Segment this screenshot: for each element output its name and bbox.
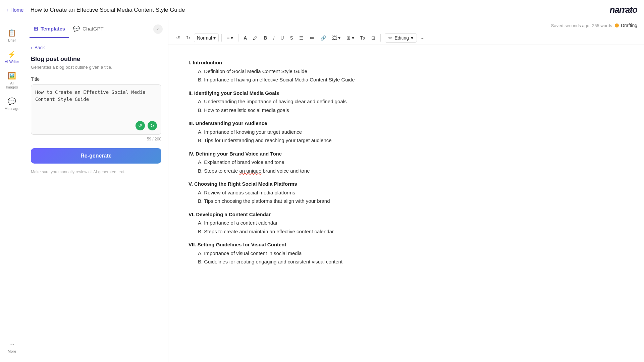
toolbar: ↺ ↻ Normal ▾ ≡ ▾ A 🖊 B I U S ☰ ≔ 🔗 🖼 ▾ ⊞… [168, 31, 644, 45]
top-header: ‹ Home How to Create an Effective Social… [0, 0, 644, 20]
section-goals: II. Identifying your Social Media Goals … [189, 89, 624, 115]
textarea-actions: ↺ ↻ [35, 121, 157, 130]
section-vii-a: A. Importance of visual content in socia… [198, 249, 624, 258]
sidebar-label-more: More [8, 349, 16, 353]
section-i-b: B. Importance of having an effective Soc… [198, 75, 624, 84]
doc-title: How to Create an Effective Social Media … [31, 7, 610, 13]
more-options-button[interactable]: ··· [418, 34, 427, 42]
drafting-badge: Drafting [615, 23, 637, 28]
main-layout: 📋 Brief ⚡ AI Writer 🖼️ AI Images 💬 Messa… [0, 20, 644, 362]
numbered-list-button[interactable]: ≔ [307, 34, 317, 42]
tab-chatgpt[interactable]: 💬 ChatGPT [69, 20, 108, 38]
sidebar-label-brief: Brief [8, 38, 16, 42]
align-button[interactable]: ≡ ▾ [224, 34, 235, 42]
edit-pencil-icon: ✏ [388, 35, 392, 41]
toolbar-sep-1 [221, 34, 222, 42]
italic-button[interactable]: I [271, 34, 277, 42]
section-iv-title: IV. Defining your Brand Voice and Tone [189, 151, 282, 157]
back-chevron-icon: ‹ [31, 45, 33, 50]
more-icon: ··· [9, 340, 15, 348]
word-count: 255 words [592, 23, 612, 28]
strikethrough-button[interactable]: S [287, 34, 295, 42]
section-introduction: I. Introduction A. Definition of Social … [189, 58, 624, 84]
image-button[interactable]: 🖼 ▾ [330, 34, 343, 42]
editing-label: Editing [394, 35, 409, 41]
table-button[interactable]: ⊞ ▾ [344, 34, 357, 42]
title-input[interactable]: How to Create an Effective Social Media … [35, 89, 157, 117]
templates-tab-icon: ⊞ [34, 25, 38, 32]
editor-area: Saved seconds ago 255 words Drafting ↺ ↻… [168, 20, 644, 362]
templates-tab-label: Templates [41, 26, 65, 32]
title-input-wrapper: How to Create an Effective Social Media … [31, 84, 161, 135]
message-icon: 💬 [8, 97, 16, 105]
bold-button[interactable]: B [261, 34, 269, 42]
sidebar-label-message: Message [4, 107, 19, 111]
section-vii-title: VII. Setting Guidelines for Visual Conte… [189, 242, 286, 247]
disclaimer-text: Make sure you manually review all AI gen… [31, 169, 161, 175]
title-field-label: Title [31, 76, 161, 82]
editor-content[interactable]: I. Introduction A. Definition of Social … [168, 45, 644, 362]
narrato-logo: narrato [609, 5, 637, 15]
section-audience: III. Understanding your Audience A. Impo… [189, 119, 624, 145]
ai-writer-icon: ⚡ [8, 50, 16, 58]
style-select-value: Normal [197, 35, 212, 41]
sidebar-item-ai-images[interactable]: 🖼️ AI Images [1, 68, 23, 93]
drafting-dot [615, 23, 619, 27]
copy-button[interactable]: ↺ [136, 121, 145, 130]
undo-button[interactable]: ↺ [174, 34, 182, 42]
section-i-title: I. Introduction [189, 60, 222, 65]
home-chevron-icon: ‹ [7, 7, 8, 13]
section-vi-b: B. Steps to create and maintain an effec… [198, 227, 624, 236]
section-iii-a: A. Importance of knowing your target aud… [198, 128, 624, 136]
home-label: Home [10, 7, 24, 13]
panel-content: ‹ Back Blog post outline Generates a blo… [24, 38, 168, 362]
sidebar-item-more[interactable]: ··· More [1, 337, 23, 357]
unique-word: an unique [239, 168, 261, 174]
regenerate-button[interactable]: Re-generate [31, 148, 161, 164]
sidebar-label-ai-writer: AI Writer [5, 60, 19, 64]
editing-chevron-icon: ▾ [411, 35, 413, 41]
saved-text: Saved seconds ago [551, 23, 589, 28]
chatgpt-tab-label: ChatGPT [83, 26, 104, 32]
section-iii-b: B. Tips for understanding and reaching y… [198, 136, 624, 145]
drafting-label: Drafting [621, 23, 637, 28]
link-button[interactable]: 🔗 [318, 34, 328, 42]
text-color-button[interactable]: A [241, 34, 249, 42]
section-vii-b: B. Guidelines for creating engaging and … [198, 257, 624, 266]
sidebar-item-message[interactable]: 💬 Message [1, 94, 23, 114]
section-i-a: A. Definition of Social Media Content St… [198, 67, 624, 76]
sidebar-label-ai-images: AI Images [4, 81, 20, 89]
section-platforms: V. Choosing the Right Social Media Platf… [189, 180, 624, 205]
section-calendar: VI. Developing a Content Calendar A. Imp… [189, 210, 624, 236]
section-vi-a: A. Importance of a content calendar [198, 219, 624, 227]
editing-mode-button[interactable]: ✏ Editing ▾ [385, 33, 417, 43]
redo-button[interactable]: ↻ [184, 34, 193, 42]
char-count: 59 / 200 [31, 137, 161, 141]
sidebar-icons: 📋 Brief ⚡ AI Writer 🖼️ AI Images 💬 Messa… [0, 20, 24, 362]
section-ii-title: II. Identifying your Social Media Goals [189, 90, 279, 96]
back-link[interactable]: ‹ Back [31, 45, 161, 50]
section-ii-a: A. Understanding the importance of havin… [198, 97, 624, 106]
word-count-button[interactable]: ⊡ [369, 34, 378, 42]
clear-format-button[interactable]: Tx [358, 34, 368, 42]
tab-templates[interactable]: ⊞ Templates [30, 20, 69, 38]
underline-button[interactable]: U [278, 34, 286, 42]
highlight-button[interactable]: 🖊 [251, 34, 260, 42]
section-vi-title: VI. Developing a Content Calendar [189, 212, 271, 217]
sidebar-item-ai-writer[interactable]: ⚡ AI Writer [1, 47, 23, 67]
back-label: Back [35, 45, 45, 50]
style-select-chevron-icon: ▾ [213, 35, 216, 41]
section-visual: VII. Setting Guidelines for Visual Conte… [189, 240, 624, 266]
panel-section-desc: Generates a blog post outline given a ti… [31, 65, 161, 70]
collapse-panel-button[interactable]: ‹ [153, 24, 163, 34]
sidebar-item-brief[interactable]: 📋 Brief [1, 25, 23, 46]
home-link[interactable]: ‹ Home [7, 7, 24, 13]
section-brand-voice: IV. Defining your Brand Voice and Tone A… [189, 149, 624, 175]
ai-images-icon: 🖼️ [8, 72, 16, 80]
section-iv-b: B. Steps to create an unique brand voice… [198, 167, 624, 175]
bullet-list-button[interactable]: ☰ [297, 34, 306, 42]
section-v-a: A. Review of various social media platfo… [198, 188, 624, 197]
style-select[interactable]: Normal ▾ [194, 34, 219, 42]
refresh-button[interactable]: ↻ [148, 121, 157, 130]
brief-icon: 📋 [8, 29, 16, 37]
